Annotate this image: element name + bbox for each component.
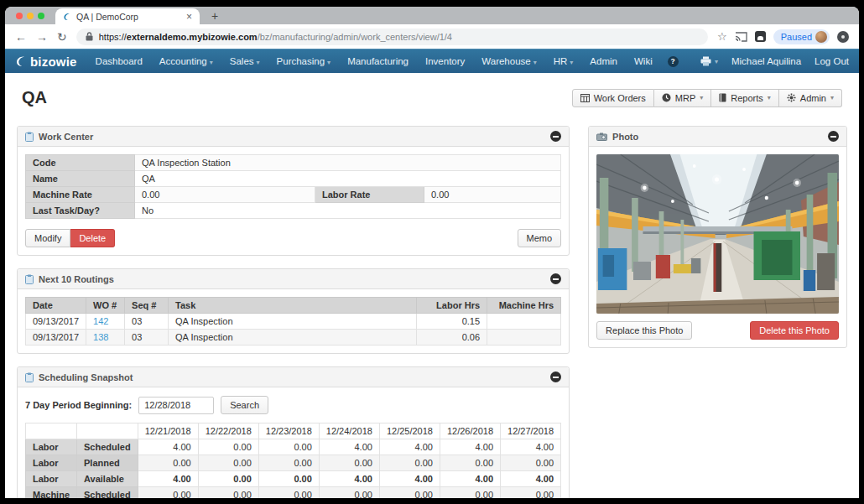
bizowie-logo[interactable]: bizowie xyxy=(15,55,77,69)
nav-item-sales[interactable]: Sales▾ xyxy=(221,56,268,66)
memo-button[interactable]: Memo xyxy=(518,229,562,247)
field-value: 0.00 xyxy=(424,187,561,203)
field-label: Name xyxy=(26,171,135,187)
row-group-label: Labor xyxy=(26,471,77,487)
period-input[interactable] xyxy=(138,397,214,414)
caret-down-icon: ▾ xyxy=(768,94,771,101)
value-cell: 0.00 xyxy=(319,455,379,471)
reports-label: Reports xyxy=(731,93,763,103)
cast-icon[interactable] xyxy=(735,32,747,42)
value-cell: 0.00 xyxy=(440,455,500,471)
value-cell: 0.00 xyxy=(198,471,258,487)
caret-down-icon: ▾ xyxy=(533,59,537,66)
collapse-icon[interactable] xyxy=(550,131,561,142)
value-cell: 0.00 xyxy=(501,455,561,471)
routing-row: 09/13/201713803QA Inspection0.06 xyxy=(26,330,561,346)
browser-tab[interactable]: QA | DemoCorp × xyxy=(55,8,200,24)
delete-photo-button[interactable]: Delete this Photo xyxy=(750,321,839,340)
user-name-link[interactable]: Michael Aquilina xyxy=(731,56,801,66)
caret-down-icon: ▾ xyxy=(700,94,703,101)
close-window-button[interactable] xyxy=(16,13,23,19)
cell-machine xyxy=(487,314,561,330)
scheduling-row: LaborPlanned0.000.000.000.000.000.000.00 xyxy=(26,455,561,471)
zoom-window-button[interactable] xyxy=(38,13,44,19)
navbar-items: DashboardAccounting▾Sales▾Purchasing▾Man… xyxy=(87,56,661,66)
value-cell: 4.00 xyxy=(138,439,198,455)
field-label: Machine Rate xyxy=(26,187,135,203)
nav-item-manufacturing[interactable]: Manufacturing xyxy=(339,56,417,66)
nav-item-inventory[interactable]: Inventory xyxy=(417,56,473,66)
forward-icon[interactable]: → xyxy=(36,31,48,43)
value-cell: 0.00 xyxy=(379,455,440,471)
url-scheme: https:// xyxy=(99,32,127,42)
field-label: Last Task/Day? xyxy=(26,203,135,219)
replace-photo-button[interactable]: Replace this Photo xyxy=(596,321,692,340)
reload-icon[interactable]: ↻ xyxy=(57,31,67,43)
nav-item-warehouse[interactable]: Warehouse▾ xyxy=(473,56,544,66)
extension-icon[interactable] xyxy=(755,31,766,42)
nav-item-accounting[interactable]: Accounting▾ xyxy=(151,56,221,66)
date-column-header: 12/26/2018 xyxy=(440,423,500,439)
field-value: QA Inspection Station xyxy=(135,155,561,171)
value-cell: 0.00 xyxy=(138,455,198,471)
work-orders-button[interactable]: Work Orders xyxy=(572,89,654,107)
mrp-button[interactable]: MRP ▾ xyxy=(654,89,711,107)
column-header: Seq # xyxy=(125,298,169,314)
browser-toolbar: ← → ↻ https://externaldemo.mybizowie.com… xyxy=(5,24,859,49)
routings-body: 09/13/201714203QA Inspection0.1509/13/20… xyxy=(26,314,561,346)
caret-down-icon: ▾ xyxy=(570,59,573,66)
close-tab-icon[interactable]: × xyxy=(186,11,192,23)
browser-profile-icon[interactable] xyxy=(837,31,849,43)
column-header-blank xyxy=(77,423,138,439)
paused-badge[interactable]: Paused xyxy=(773,29,830,44)
reports-button[interactable]: Reports ▾ xyxy=(711,89,779,107)
admin-label: Admin xyxy=(800,93,826,103)
back-icon[interactable]: ← xyxy=(15,31,27,43)
new-tab-button[interactable]: + xyxy=(211,9,218,24)
calendar-icon xyxy=(580,94,590,102)
panel-title: Scheduling Snapshot xyxy=(39,372,133,382)
nav-item-wiki[interactable]: Wiki xyxy=(626,56,661,66)
url-bar[interactable]: https://externaldemo.mybizowie.com/bz/ma… xyxy=(76,29,708,45)
caret-down-icon: ▾ xyxy=(327,59,331,66)
value-cell: 4.00 xyxy=(379,471,440,487)
logout-link[interactable]: Log Out xyxy=(815,56,849,66)
delete-button[interactable]: Delete xyxy=(70,229,115,247)
column-header: Labor Hrs xyxy=(417,298,487,314)
minimize-window-button[interactable] xyxy=(27,13,34,19)
collapse-icon[interactable] xyxy=(828,131,839,142)
row-metric-label: Planned xyxy=(77,455,138,471)
value-cell: 4.00 xyxy=(319,439,379,455)
value-cell: 4.00 xyxy=(501,439,561,455)
nav-item-dashboard[interactable]: Dashboard xyxy=(87,56,151,66)
search-button[interactable]: Search xyxy=(221,396,268,414)
print-menu[interactable]: ▾ xyxy=(700,56,718,66)
collapse-icon[interactable] xyxy=(550,372,561,382)
value-cell: 0.00 xyxy=(258,471,319,487)
cell-machine xyxy=(487,330,561,346)
lock-icon xyxy=(86,32,93,41)
help-icon[interactable]: ? xyxy=(668,56,679,67)
admin-button[interactable]: Admin ▾ xyxy=(779,89,842,107)
wo-link[interactable]: 142 xyxy=(86,314,125,330)
panel-title: Photo xyxy=(612,132,638,142)
nav-item-hr[interactable]: HR▾ xyxy=(545,56,582,66)
collapse-icon[interactable] xyxy=(550,273,561,284)
panel-title: Next 10 Routings xyxy=(39,274,114,284)
brand-name: bizowie xyxy=(30,55,77,69)
bookmark-star-icon[interactable]: ☆ xyxy=(717,30,727,43)
routings-panel: Next 10 Routings DateWO #Seq #TaskLabor … xyxy=(17,268,570,354)
tab-title: QA | DemoCorp xyxy=(76,12,181,22)
nav-item-admin[interactable]: Admin xyxy=(581,56,626,66)
period-label: 7 Day Period Beginning: xyxy=(25,400,132,410)
value-cell: 0.00 xyxy=(379,487,440,499)
page-content: QA Work Orders MRP ▾ Reports ▾ xyxy=(5,73,859,498)
modify-button[interactable]: Modify xyxy=(25,229,70,247)
work-center-panel: Work Center CodeQA Inspection Station Na… xyxy=(17,126,570,256)
caret-down-icon: ▾ xyxy=(210,59,213,66)
wo-link[interactable]: 138 xyxy=(86,330,125,346)
routing-row: 09/13/201714203QA Inspection0.15 xyxy=(26,314,561,330)
clock-icon xyxy=(662,93,671,102)
field-label: Labor Rate xyxy=(315,187,424,203)
nav-item-purchasing[interactable]: Purchasing▾ xyxy=(268,56,340,66)
